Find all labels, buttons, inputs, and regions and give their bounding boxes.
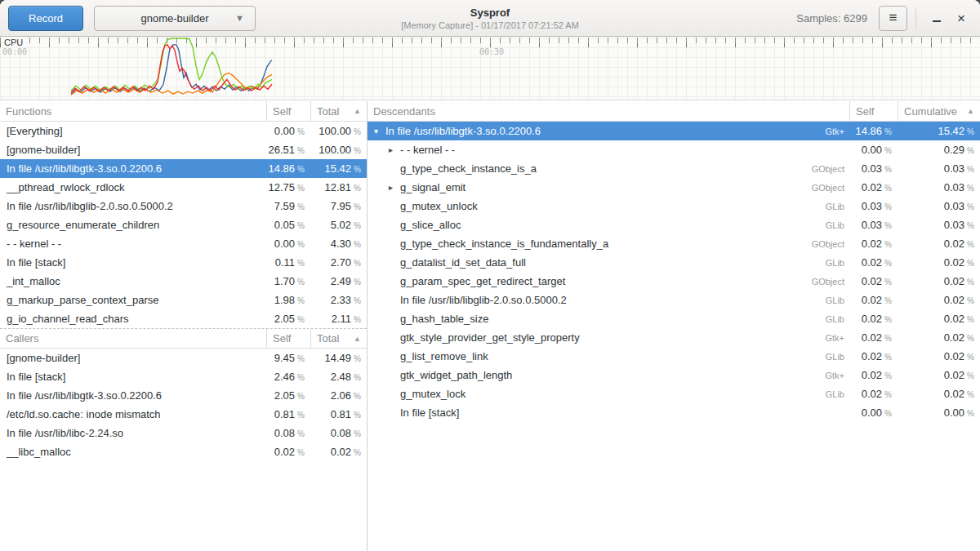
percent-unit: % [297, 315, 305, 324]
percent-value: 0.02 [862, 256, 882, 269]
function-name: - - kernel - - [400, 144, 455, 156]
percent-unit: % [297, 411, 305, 420]
functions-column-header[interactable]: Functions [0, 101, 266, 121]
percent-value: 2.06 [331, 389, 351, 402]
functions-table-row[interactable]: [gnome-builder]26.51%100.00% [0, 140, 367, 159]
functions-table-row[interactable]: _int_malloc1.70%2.49% [0, 272, 367, 291]
percent-value: 0.03 [944, 162, 964, 175]
percent-unit: % [354, 354, 361, 363]
expander-open-icon[interactable]: ▾ [374, 127, 385, 136]
percent-value: 0.00 [944, 407, 964, 419]
percent-value: 0.02 [944, 256, 964, 269]
descendant-name-cell: g_type_check_instance_is_fundamentally_a… [368, 238, 849, 250]
self-value: 0.00% [266, 238, 310, 250]
total-value: 15.42% [310, 162, 367, 175]
callers-table-row[interactable]: In file /usr/lib/libc-2.24.so0.08%0.08% [0, 424, 367, 442]
descendant-name-cell: g_mutex_lockGLib [368, 388, 849, 400]
percent-value: 100.00 [318, 144, 351, 156]
descendants-cumulative-column-header[interactable]: Cumulative▲ [898, 101, 980, 121]
functions-total-column-header[interactable]: Total▲ [310, 101, 367, 121]
descendants-table-row[interactable]: g_type_check_instance_is_aGObject0.03%0.… [368, 159, 980, 178]
percent-value: 2.05 [274, 389, 295, 402]
functions-table-row[interactable]: [Everything]0.00%100.00% [0, 122, 367, 140]
descendants-table-row[interactable]: g_type_check_instance_is_fundamentally_a… [368, 234, 980, 253]
minimize-button[interactable] [924, 6, 949, 31]
descendants-self-column-header[interactable]: Self [849, 101, 898, 121]
descendants-table-row[interactable]: In file [stack]0.00%0.00% [368, 403, 980, 422]
descendants-table-row[interactable]: g_datalist_id_set_data_fullGLib0.02%0.02… [368, 253, 980, 272]
percent-unit: % [297, 278, 305, 287]
sysprof-window: Sysprof [Memory Capture] - 01/17/2017 07… [0, 0, 980, 551]
callers-table-row[interactable]: In file [stack]2.46%2.48% [0, 367, 367, 386]
descendants-table-row[interactable]: ▾In file /usr/lib/libgtk-3.so.0.2200.6Gt… [368, 122, 980, 140]
function-name: [gnome-builder] [0, 144, 266, 156]
percent-unit: % [884, 278, 892, 287]
callers-table-row[interactable]: In file /usr/lib/libgtk-3.so.0.2200.62.0… [0, 386, 367, 405]
callers-table-row[interactable]: [gnome-builder]9.45%14.49% [0, 349, 367, 367]
descendants-table-row[interactable]: g_list_remove_linkGLib0.02%0.02% [368, 347, 980, 366]
descendants-table-row[interactable]: g_mutex_unlockGLib0.03%0.03% [368, 197, 980, 216]
functions-table-row[interactable]: g_markup_parse_context_parse1.98%2.33% [0, 291, 367, 309]
callers-self-column-header[interactable]: Self [266, 329, 310, 348]
sort-ascending-icon: ▲ [349, 335, 361, 343]
callers-column-header[interactable]: Callers [0, 329, 266, 348]
descendants-table-row[interactable]: g_param_spec_get_redirect_targetGObject0… [368, 272, 980, 291]
functions-table-row[interactable]: g_io_channel_read_chars2.05%2.11% [0, 309, 367, 328]
functions-table-row[interactable]: In file [stack]0.11%2.70% [0, 253, 367, 272]
menu-button[interactable]: ≡ [879, 6, 907, 31]
total-value: 2.11% [310, 313, 367, 325]
percent-unit: % [884, 221, 892, 230]
descendants-table-row[interactable]: gtk_style_provider_get_style_propertyGtk… [368, 328, 980, 347]
descendants-table-row[interactable]: gtk_widget_path_lengthGtk+0.02%0.02% [368, 366, 980, 384]
descendants-table-row[interactable]: ▸- - kernel - -0.00%0.29% [368, 140, 980, 159]
percent-unit: % [297, 146, 305, 155]
percent-unit: % [354, 127, 361, 136]
functions-table-row[interactable]: __pthread_rwlock_rdlock12.75%12.81% [0, 178, 367, 197]
cumulative-value: 0.00% [898, 407, 980, 419]
percent-value: 0.02 [862, 294, 882, 306]
functions-self-column-header[interactable]: Self [266, 101, 310, 121]
descendants-column-header[interactable]: Descendants [368, 101, 849, 121]
callers-total-column-header[interactable]: Total▲ [310, 329, 367, 348]
percent-value: 2.46 [274, 371, 295, 383]
function-name: In file [stack] [0, 371, 266, 383]
sort-ascending-icon: ▲ [349, 107, 361, 115]
cumulative-value: 0.02% [898, 238, 980, 250]
functions-table-row[interactable]: In file /usr/lib/libgtk-3.so.0.2200.614.… [0, 159, 367, 178]
record-button[interactable]: Record [8, 6, 83, 31]
functions-table: [Everything]0.00%100.00%[gnome-builder]2… [0, 122, 367, 328]
expander-closed-icon[interactable]: ▸ [389, 145, 400, 154]
percent-unit: % [967, 259, 974, 268]
descendants-table-row[interactable]: g_hash_table_sizeGLib0.02%0.02% [368, 309, 980, 328]
percent-unit: % [354, 202, 361, 211]
cumulative-value: 0.03% [898, 162, 980, 175]
percent-unit: % [354, 315, 361, 324]
self-value: 0.05% [266, 219, 310, 231]
descendants-table-row[interactable]: g_slice_allocGLib0.03%0.03% [368, 216, 980, 234]
functions-table-row[interactable]: - - kernel - -0.00%4.30% [0, 234, 367, 253]
process-selector[interactable]: gnome-builder ▼ [94, 6, 256, 31]
percent-unit: % [884, 240, 892, 249]
callers-table-row[interactable]: /etc/ld.so.cache: inode mismatch0.81%0.8… [0, 405, 367, 424]
close-button[interactable]: × [949, 6, 973, 31]
descendant-name-cell: g_slice_allocGLib [368, 219, 849, 231]
function-name: g_markup_parse_context_parse [0, 294, 266, 306]
functions-table-row[interactable]: In file /usr/lib/libglib-2.0.so.0.5000.2… [0, 197, 367, 216]
callers-table-row[interactable]: __libc_malloc0.02%0.02% [0, 442, 367, 461]
descendant-name-cell: g_list_remove_linkGLib [368, 350, 849, 362]
percent-unit: % [967, 240, 974, 249]
cpu-timeline-graph[interactable]: CPU 00:00 00:30 [0, 38, 980, 100]
descendants-table-row[interactable]: In file /usr/lib/libglib-2.0.so.0.5000.2… [368, 291, 980, 309]
descendants-table-row[interactable]: g_mutex_lockGLib0.02%0.02% [368, 384, 980, 403]
percent-value: 7.95 [331, 200, 351, 212]
percent-value: 100.00 [318, 125, 351, 137]
descendants-table-row[interactable]: ▸g_signal_emitGObject0.02%0.03% [368, 178, 980, 197]
functions-table-row[interactable]: g_resource_enumerate_children0.05%5.02% [0, 216, 367, 234]
percent-unit: % [354, 146, 361, 155]
expander-closed-icon[interactable]: ▸ [389, 183, 400, 192]
function-name: In file /usr/lib/libglib-2.0.so.0.5000.2 [0, 200, 266, 212]
self-value: 0.02% [849, 350, 898, 362]
percent-unit: % [884, 202, 892, 211]
percent-value: 5.02 [331, 219, 351, 231]
percent-unit: % [967, 296, 974, 305]
